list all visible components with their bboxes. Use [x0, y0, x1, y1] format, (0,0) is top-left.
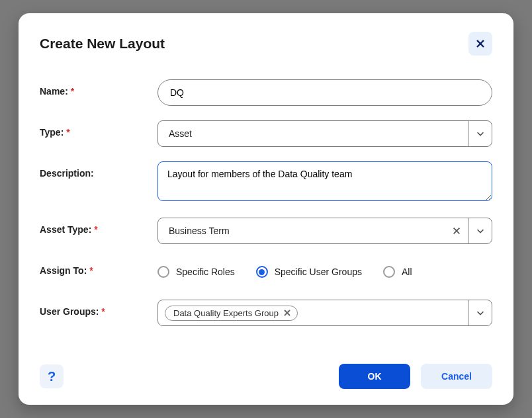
chevron-down-icon	[476, 226, 485, 235]
radio-specific-roles[interactable]: Specific Roles	[157, 266, 235, 278]
cancel-button[interactable]: Cancel	[421, 364, 492, 389]
name-label: Name: *	[40, 79, 157, 97]
radio-specific-user-groups[interactable]: Specific User Groups	[256, 266, 362, 278]
asset-type-dropdown-toggle[interactable]	[468, 218, 492, 243]
assign-to-label: Assign To: *	[40, 259, 157, 276]
asset-type-select[interactable]: Business Term	[157, 218, 492, 244]
radio-label: Specific Roles	[176, 267, 235, 277]
ok-button[interactable]: OK	[339, 364, 410, 389]
chevron-down-icon	[476, 129, 485, 138]
x-icon	[452, 226, 461, 235]
user-group-tag-label: Data Quality Experts Group	[173, 308, 279, 318]
type-value: Asset	[158, 128, 468, 139]
user-groups-select[interactable]: Data Quality Experts Group	[157, 300, 492, 326]
radio-label: Specific User Groups	[275, 267, 362, 277]
type-label: Type: *	[40, 120, 157, 138]
x-icon	[284, 310, 290, 316]
user-groups-label: User Groups: *	[40, 300, 157, 317]
user-groups-dropdown-toggle[interactable]	[468, 300, 492, 325]
user-group-tag: Data Quality Experts Group	[165, 306, 298, 321]
description-textarea[interactable]	[157, 161, 492, 201]
dialog: Create New Layout Name: * Type: * Asset	[19, 13, 513, 405]
description-label: Description:	[40, 161, 157, 179]
help-icon: ?	[48, 369, 56, 384]
user-group-tag-remove[interactable]	[283, 308, 292, 317]
radio-all[interactable]: All	[383, 266, 412, 278]
type-dropdown-toggle[interactable]	[468, 121, 492, 146]
name-input[interactable]	[157, 79, 492, 106]
help-button[interactable]: ?	[40, 364, 64, 388]
asset-type-value: Business Term	[158, 226, 445, 236]
radio-icon	[256, 266, 268, 278]
radio-icon	[383, 266, 395, 278]
asset-type-clear-button[interactable]	[445, 226, 468, 235]
type-select[interactable]: Asset	[157, 120, 492, 147]
dialog-title: Create New Layout	[40, 36, 165, 52]
radio-icon	[157, 266, 169, 278]
chevron-down-icon	[476, 308, 485, 317]
user-groups-tags: Data Quality Experts Group	[158, 306, 468, 321]
asset-type-label: Asset Type: *	[40, 218, 157, 235]
close-icon	[475, 38, 486, 49]
radio-label: All	[402, 267, 412, 277]
close-button[interactable]	[468, 32, 492, 56]
assign-to-radio-group: Specific Roles Specific User Groups All	[157, 259, 492, 285]
